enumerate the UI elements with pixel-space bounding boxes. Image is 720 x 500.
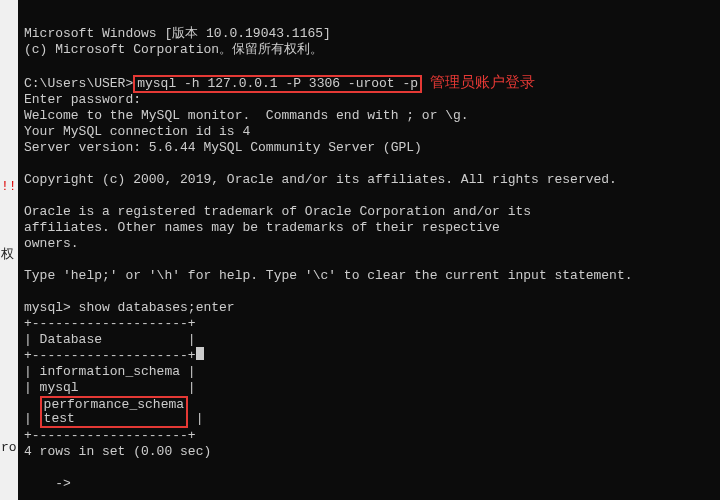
table-border-top: +--------------------+ bbox=[24, 316, 196, 331]
trademark-line-1: Oracle is a registered trademark of Orac… bbox=[24, 204, 531, 219]
trademark-line-3: owners. bbox=[24, 236, 79, 251]
login-annotation: 管理员账户登录 bbox=[430, 73, 535, 90]
show-databases-cmd: show databases;enter bbox=[79, 300, 235, 315]
db-highlight-box: performance_schema test bbox=[40, 396, 188, 428]
login-command-highlight: mysql -h 127.0.0.1 -P 3306 -uroot -p bbox=[133, 75, 422, 93]
table-header-row: | Database | bbox=[24, 332, 196, 347]
editor-gutter: !! 权 ro bbox=[0, 0, 18, 500]
db-row-4-name: test bbox=[44, 411, 184, 426]
mysql-prompt: mysql> bbox=[24, 300, 79, 315]
table-border-bottom: +--------------------+ bbox=[24, 428, 196, 443]
enter-password-line: Enter password: bbox=[24, 92, 141, 107]
gutter-mark-3: ro bbox=[1, 441, 18, 454]
terminal-output: Microsoft Windows [版本 10.0.19043.1165] (… bbox=[24, 26, 714, 492]
welcome-line: Welcome to the MySQL monitor. Commands e… bbox=[24, 108, 469, 123]
continuation-prompt[interactable]: -> bbox=[24, 476, 79, 491]
shell-prompt: C:\Users\USER> bbox=[24, 76, 133, 91]
oracle-copyright-line: Copyright (c) 2000, 2019, Oracle and/or … bbox=[24, 172, 617, 187]
db-row-2: | mysql | bbox=[24, 380, 196, 395]
gutter-mark-1: !! bbox=[1, 180, 18, 193]
cursor-block bbox=[196, 347, 204, 360]
trademark-line-2: affiliates. Other names may be trademark… bbox=[24, 220, 500, 235]
terminal-window[interactable]: Microsoft Windows [版本 10.0.19043.1165] (… bbox=[18, 0, 720, 500]
gutter-mark-2: 权 bbox=[1, 248, 18, 261]
conn-id-line: Your MySQL connection id is 4 bbox=[24, 124, 250, 139]
login-command-text: mysql -h 127.0.0.1 -P 3306 -uroot -p bbox=[137, 76, 418, 91]
server-version-line: Server version: 5.6.44 MySQL Community S… bbox=[24, 140, 422, 155]
os-version-line: Microsoft Windows [版本 10.0.19043.1165] bbox=[24, 26, 331, 41]
table-border-sep: +--------------------+ bbox=[24, 348, 196, 363]
db-row-1: | information_schema | bbox=[24, 364, 196, 379]
rows-in-set-line: 4 rows in set (0.00 sec) bbox=[24, 444, 211, 459]
ms-copyright-line: (c) Microsoft Corporation。保留所有权利。 bbox=[24, 42, 323, 57]
db-row-3-name: performance_schema bbox=[44, 397, 184, 412]
help-line: Type 'help;' or '\h' for help. Type '\c'… bbox=[24, 268, 633, 283]
